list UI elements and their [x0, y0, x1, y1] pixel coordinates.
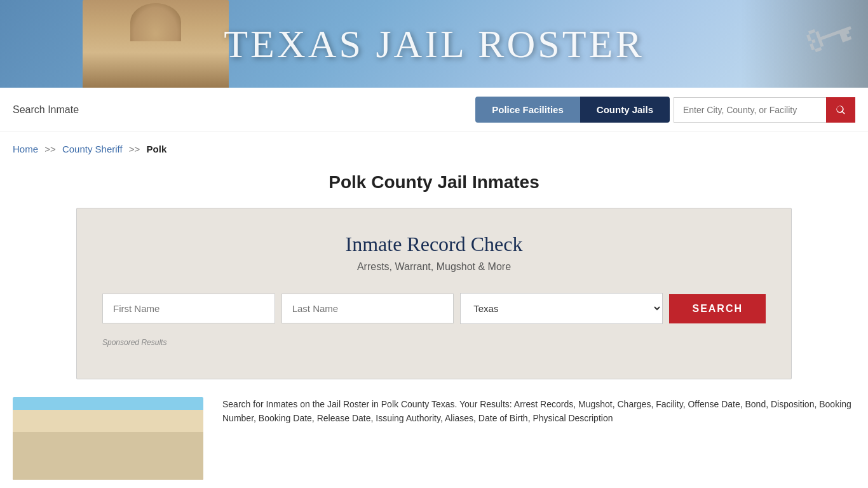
search-inmate-label: Search Inmate — [13, 104, 79, 116]
county-jails-button[interactable]: County Jails — [580, 97, 670, 123]
building-facade — [13, 432, 203, 480]
record-check-subtitle: Arrests, Warrant, Mugshot & More — [102, 261, 766, 273]
nav-bar: Search Inmate Police Facilities County J… — [0, 88, 868, 132]
breadcrumb-current: Polk — [147, 144, 167, 154]
bottom-description: Search for Inmates on the Jail Roster in… — [222, 397, 855, 426]
key-icon: 🗝 — [796, 0, 864, 72]
nav-facility-buttons: Police Facilities County Jails — [475, 97, 670, 123]
breadcrumb-county-sheriff[interactable]: County Sheriff — [62, 144, 123, 154]
record-check-box: Inmate Record Check Arrests, Warrant, Mu… — [76, 208, 792, 379]
breadcrumb: Home >> County Sheriff >> Polk — [0, 132, 868, 166]
capitol-building-image — [83, 0, 229, 88]
page-title: Polk County Jail Inmates — [13, 172, 855, 193]
breadcrumb-sep-2: >> — [129, 144, 140, 154]
nav-search-input[interactable] — [674, 97, 826, 123]
state-select[interactable]: Texas Alabama Alaska Arizona Arkansas Ca… — [460, 293, 663, 324]
bottom-section: Search for Inmates on the Jail Roster in… — [0, 379, 868, 488]
nav-search-button[interactable] — [826, 97, 855, 123]
header-banner: Texas Jail Roster 🗝 — [0, 0, 868, 88]
police-facilities-button[interactable]: Police Facilities — [475, 97, 580, 123]
search-icon — [835, 104, 846, 116]
first-name-input[interactable] — [102, 294, 275, 323]
banner-right-decoration: 🗝 — [741, 0, 868, 88]
record-check-title: Inmate Record Check — [102, 233, 766, 256]
breadcrumb-home[interactable]: Home — [13, 144, 38, 154]
sponsored-label: Sponsored Results — [102, 338, 766, 347]
capitol-dome — [130, 3, 181, 41]
last-name-input[interactable] — [281, 294, 454, 323]
breadcrumb-sep-1: >> — [44, 144, 56, 154]
record-check-form: Texas Alabama Alaska Arizona Arkansas Ca… — [102, 293, 766, 324]
page-title-wrap: Polk County Jail Inmates — [0, 166, 868, 208]
nav-search-wrap — [674, 97, 855, 123]
site-title: Texas Jail Roster — [224, 22, 644, 67]
polk-county-building-image — [13, 397, 203, 480]
record-search-button[interactable]: SEARCH — [669, 294, 766, 323]
